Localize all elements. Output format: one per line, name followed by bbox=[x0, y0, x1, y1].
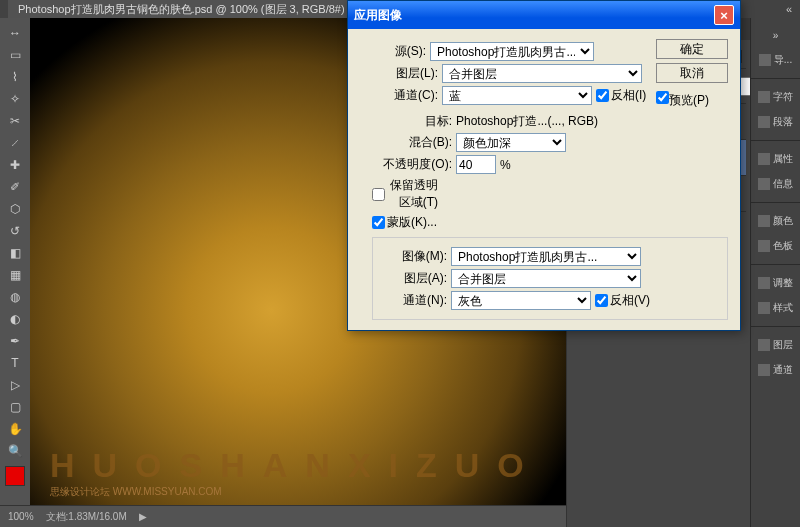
wand-tool[interactable]: ✧ bbox=[4, 89, 26, 109]
preview-checkbox[interactable]: 预览(P) bbox=[656, 91, 728, 109]
dock-navigator[interactable]: 导... bbox=[753, 48, 798, 72]
mask-layer-select[interactable]: 合并图层 bbox=[451, 269, 641, 288]
doc-size: 文档:1.83M/16.0M bbox=[46, 510, 127, 524]
opacity-input[interactable] bbox=[456, 155, 496, 174]
lasso-tool[interactable]: ⌇ bbox=[4, 67, 26, 87]
chevron-right-icon[interactable]: ▶ bbox=[139, 511, 147, 522]
dock-info[interactable]: 信息 bbox=[753, 172, 798, 196]
watermark-text: HUOSHANXIZUO bbox=[50, 446, 542, 485]
mask-checkbox[interactable]: 蒙版(K)... bbox=[372, 214, 438, 231]
panel-dock: » 导... 字符 段落 属性 信息 颜色 色板 调整 样式 图层 通道 bbox=[750, 18, 800, 527]
zoom-tool[interactable]: 🔍 bbox=[4, 441, 26, 461]
watermark-url: 思缘设计论坛 WWW.MISSYUAN.COM bbox=[50, 485, 222, 499]
apply-image-dialog: 应用图像 × 确定 取消 预览(P) 源(S): Photoshop打造肌肉男古… bbox=[347, 0, 741, 331]
move-tool[interactable]: ↔ bbox=[4, 23, 26, 43]
shape-tool[interactable]: ▢ bbox=[4, 397, 26, 417]
target-value: Photoshop打造...(..., RGB) bbox=[456, 113, 598, 130]
dodge-tool[interactable]: ◐ bbox=[4, 309, 26, 329]
preserve-transparency-checkbox[interactable]: 保留透明区域(T) bbox=[372, 177, 438, 211]
target-label: 目标: bbox=[360, 113, 452, 130]
dock-swatches[interactable]: 色板 bbox=[753, 234, 798, 258]
foreground-color-swatch[interactable] bbox=[5, 466, 25, 486]
history-brush-tool[interactable]: ↺ bbox=[4, 221, 26, 241]
ok-button[interactable]: 确定 bbox=[656, 39, 728, 59]
dock-character[interactable]: 字符 bbox=[753, 85, 798, 109]
hand-tool[interactable]: ✋ bbox=[4, 419, 26, 439]
layer-select[interactable]: 合并图层 bbox=[442, 64, 642, 83]
cancel-button[interactable]: 取消 bbox=[656, 63, 728, 83]
blur-tool[interactable]: ◍ bbox=[4, 287, 26, 307]
tab-label: Photoshop打造肌肉男古铜色的肤色.psd @ 100% (图层 3, R… bbox=[18, 2, 345, 17]
opacity-unit: % bbox=[500, 158, 511, 172]
channel-label: 通道(C): bbox=[372, 87, 438, 104]
dock-channels[interactable]: 通道 bbox=[753, 358, 798, 382]
dock-paragraph[interactable]: 段落 bbox=[753, 110, 798, 134]
blend-select[interactable]: 颜色加深 bbox=[456, 133, 566, 152]
document-tab[interactable]: Photoshop打造肌肉男古铜色的肤色.psd @ 100% (图层 3, R… bbox=[8, 0, 367, 18]
dock-properties[interactable]: 属性 bbox=[753, 147, 798, 171]
dock-layers[interactable]: 图层 bbox=[753, 333, 798, 357]
gradient-tool[interactable]: ▦ bbox=[4, 265, 26, 285]
mask-image-label: 图像(M): bbox=[381, 248, 447, 265]
dock-styles[interactable]: 样式 bbox=[753, 296, 798, 320]
crop-tool[interactable]: ✂ bbox=[4, 111, 26, 131]
zoom-value[interactable]: 100% bbox=[8, 511, 34, 522]
mask-layer-label: 图层(A): bbox=[381, 270, 447, 287]
marquee-tool[interactable]: ▭ bbox=[4, 45, 26, 65]
source-select[interactable]: Photoshop打造肌肉男古... bbox=[430, 42, 594, 61]
dialog-titlebar[interactable]: 应用图像 × bbox=[348, 1, 740, 29]
mask-channel-select[interactable]: 灰色 bbox=[451, 291, 591, 310]
blend-label: 混合(B): bbox=[360, 134, 452, 151]
layer-label: 图层(L): bbox=[372, 65, 438, 82]
heal-tool[interactable]: ✚ bbox=[4, 155, 26, 175]
type-tool[interactable]: T bbox=[4, 353, 26, 373]
brush-tool[interactable]: ✐ bbox=[4, 177, 26, 197]
expand-icon[interactable]: « bbox=[786, 3, 792, 15]
channel-select[interactable]: 蓝 bbox=[442, 86, 592, 105]
invert-checkbox[interactable]: 反相(I) bbox=[596, 87, 662, 104]
dock-adjustments[interactable]: 调整 bbox=[753, 271, 798, 295]
source-label: 源(S): bbox=[360, 43, 426, 60]
mask-channel-label: 通道(N): bbox=[381, 292, 447, 309]
mask-image-select[interactable]: Photoshop打造肌肉男古... bbox=[451, 247, 641, 266]
dialog-title: 应用图像 bbox=[354, 7, 402, 24]
status-bar: 100% 文档:1.83M/16.0M ▶ bbox=[0, 505, 566, 527]
mask-invert-checkbox[interactable]: 反相(V) bbox=[595, 292, 661, 309]
eraser-tool[interactable]: ◧ bbox=[4, 243, 26, 263]
mask-fieldset: 图像(M): Photoshop打造肌肉男古... 图层(A): 合并图层 通道… bbox=[372, 237, 728, 320]
collapse-icon[interactable]: » bbox=[753, 23, 798, 47]
stamp-tool[interactable]: ⬡ bbox=[4, 199, 26, 219]
pen-tool[interactable]: ✒ bbox=[4, 331, 26, 351]
path-tool[interactable]: ▷ bbox=[4, 375, 26, 395]
toolbox: ↔ ▭ ⌇ ✧ ✂ ⟋ ✚ ✐ ⬡ ↺ ◧ ▦ ◍ ◐ ✒ T ▷ ▢ ✋ 🔍 bbox=[0, 18, 30, 505]
opacity-label: 不透明度(O): bbox=[360, 156, 452, 173]
eyedropper-tool[interactable]: ⟋ bbox=[4, 133, 26, 153]
close-icon[interactable]: × bbox=[714, 5, 734, 25]
dock-color[interactable]: 颜色 bbox=[753, 209, 798, 233]
